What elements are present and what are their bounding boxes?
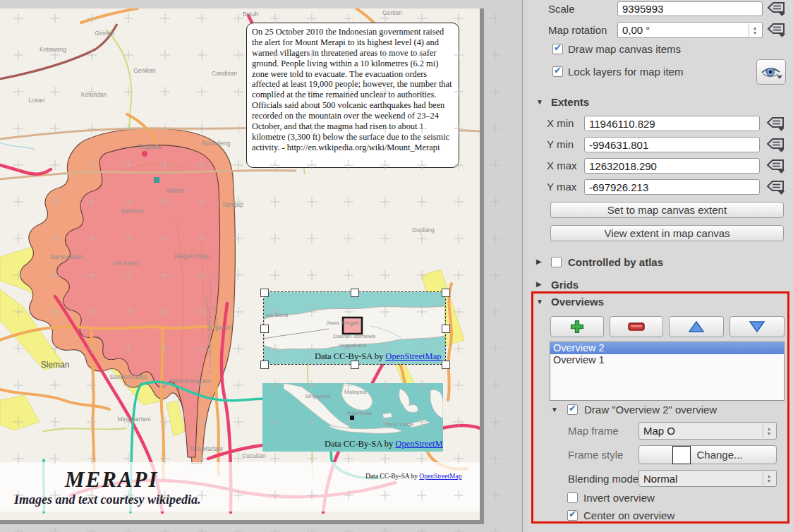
main-map-credit: Data CC-By-SA by OpenStreetMap (365, 473, 461, 480)
overviews-list[interactable]: Overview 2 Overview 1 (550, 341, 785, 401)
scale-input[interactable]: 9395993 (617, 1, 763, 16)
remove-overview-button[interactable] (610, 316, 663, 337)
y-min-label: Y min (547, 138, 574, 150)
center-on-overview-label: Center on overview (583, 509, 674, 521)
combo-arrows-icon: ▲▼ (763, 423, 775, 438)
overview-extent-rect (343, 318, 362, 334)
x-min-input[interactable]: 11946110.829 (584, 116, 760, 131)
frame-color-swatch (672, 446, 691, 464)
map-frame-label: Map frame (568, 425, 619, 437)
item-properties-panel: Scale 9395993 Map rotation 0,00 °▲▼ Draw… (528, 0, 793, 532)
up-arrow-icon (688, 320, 705, 333)
data-defined-override-icon[interactable] (766, 22, 785, 37)
map-rotation-label: Map rotation (548, 24, 607, 36)
move-overview-up-button[interactable] (669, 316, 724, 337)
data-defined-override-icon[interactable] (766, 1, 785, 16)
resize-handle-e[interactable] (442, 325, 450, 333)
x-max-input[interactable]: 12632018.290 (584, 158, 760, 174)
data-defined-override-icon[interactable] (765, 158, 785, 174)
overview-list-item[interactable]: Overview 2 (550, 342, 784, 354)
lock-layers-checkbox[interactable] (552, 66, 563, 77)
extents-collapse-icon[interactable]: ▼ (536, 98, 543, 106)
combo-arrows-icon: ▲▼ (763, 471, 775, 485)
draw-overview-checkbox[interactable] (567, 404, 578, 415)
x-max-label: X max (547, 159, 577, 171)
spinner-arrows-icon[interactable]: ▲▼ (749, 23, 761, 37)
osm-link[interactable]: OpenStreetMap (419, 473, 461, 480)
inset1-credit: Data CC-By-SA by OpenStreetMap (315, 351, 442, 362)
view-extent-in-map-canvas-button[interactable]: View extent in map canvas (550, 225, 784, 241)
resize-handle-s[interactable] (351, 361, 359, 369)
overview-map-item-1[interactable]: wa BaratJawa TengahDaerah IstimewaYogyak… (264, 292, 445, 364)
resize-handle-w[interactable] (260, 325, 269, 333)
atlas-collapse-icon[interactable]: ▶ (536, 258, 542, 265)
minus-icon (628, 322, 645, 332)
overview-list-item[interactable]: Overview 1 (550, 354, 784, 366)
merapi-location-dot (350, 416, 354, 420)
data-defined-override-icon[interactable] (765, 116, 785, 131)
resize-handle-nw[interactable] (260, 289, 269, 297)
composer-canvas[interactable]: ButuhGentanGirirejoKetawangGenikanCandis… (0, 0, 522, 532)
annotation-text-item[interactable]: On 25 October 2010 the Indonesian govern… (246, 23, 459, 168)
map-subtitle[interactable]: Images and text courtesy wikipedia. (14, 492, 201, 507)
lock-layers-label: Lock layers for map item (568, 66, 683, 78)
invert-overview-checkbox[interactable] (567, 492, 578, 503)
x-min-label: X min (547, 117, 574, 129)
center-on-overview-checkbox[interactable] (567, 510, 578, 521)
overview-map-item-2[interactable]: SingaporeMalaysiaIndonesiaTimor-Leste Da… (262, 383, 443, 452)
blending-mode-label: Blending mode (568, 473, 638, 485)
composition-paper[interactable]: ButuhGentanGirirejoKetawangGenikanCandis… (0, 8, 480, 520)
layer-visibility-preset-button[interactable] (756, 59, 786, 85)
plus-icon (569, 319, 585, 334)
grids-collapse-icon[interactable]: ▶ (536, 280, 542, 288)
frame-style-label: Frame style (568, 449, 623, 461)
resize-handle-se[interactable] (442, 361, 450, 369)
draw-overview-label: Draw "Overview 2" overview (584, 404, 717, 416)
frame-style-change-button[interactable]: Change... (638, 445, 777, 464)
map-frame-combobox[interactable]: Map O▲▼ (638, 422, 777, 440)
water-dot (154, 177, 159, 183)
scale-label: Scale (548, 3, 575, 15)
y-max-input[interactable]: -697926.213 (584, 179, 760, 195)
set-to-map-canvas-extent-button[interactable]: Set to map canvas extent (550, 202, 784, 218)
add-overview-button[interactable] (550, 316, 604, 337)
y-min-input[interactable]: -994631.801 (584, 137, 760, 152)
map-rotation-spinbox[interactable]: 0,00 °▲▼ (617, 22, 763, 38)
data-defined-override-icon[interactable] (765, 179, 785, 195)
resize-handle-n[interactable] (351, 289, 359, 297)
inset2-credit: Data CC-By-SA by OpenStreetMap (325, 439, 443, 449)
draw-map-canvas-items-label: Draw map canvas items (568, 43, 681, 55)
resize-handle-sw[interactable] (260, 361, 269, 369)
eye-icon (759, 64, 783, 80)
resize-handle-ne[interactable] (442, 289, 450, 297)
data-defined-override-icon[interactable] (765, 137, 785, 152)
overviews-header[interactable]: Overviews (551, 296, 604, 308)
overviews-collapse-icon[interactable]: ▼ (536, 298, 543, 306)
controlled-by-atlas-label: Controlled by atlas (568, 256, 663, 268)
down-arrow-icon (749, 320, 765, 333)
controlled-by-atlas-checkbox[interactable] (551, 257, 562, 267)
draw-map-canvas-items-checkbox[interactable] (552, 44, 563, 54)
move-overview-down-button[interactable] (730, 316, 785, 337)
y-max-label: Y max (547, 181, 576, 193)
osm-link[interactable]: OpenStreetMap (395, 439, 443, 449)
osm-link[interactable]: OpenStreetMap (385, 351, 441, 361)
blending-mode-combobox[interactable]: Normal▲▼ (638, 470, 777, 487)
extents-header[interactable]: Extents (551, 96, 589, 108)
annotation-text: On 25 October 2010 the Indonesian govern… (252, 27, 452, 152)
invert-overview-label: Invert overview (583, 492, 655, 504)
draw-overview-collapse-icon[interactable]: ▼ (551, 406, 558, 413)
map-title[interactable]: MERAPI (65, 467, 159, 492)
grids-header[interactable]: Grids (551, 279, 579, 291)
poi-dot (142, 151, 147, 157)
